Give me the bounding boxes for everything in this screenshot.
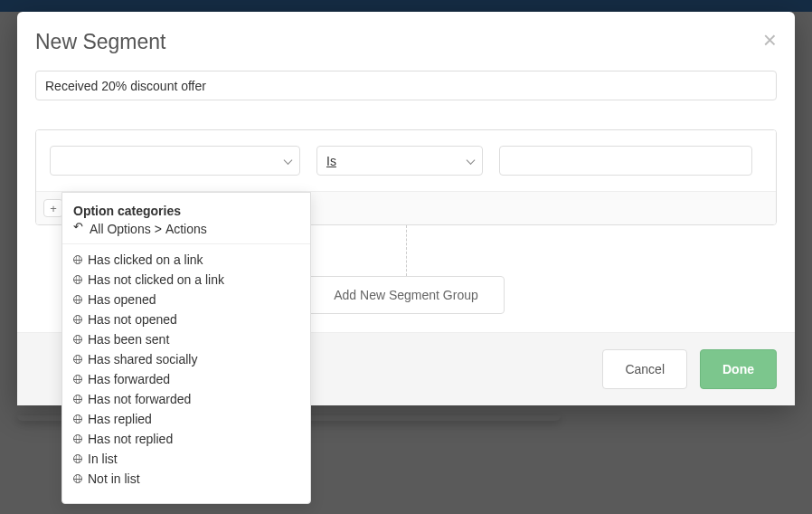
operator-select[interactable]: Is bbox=[316, 146, 483, 176]
close-icon[interactable]: × bbox=[763, 28, 777, 52]
dropdown-option-label: Has not clicked on a link bbox=[88, 272, 224, 287]
dropdown-option[interactable]: Has not forwarded bbox=[62, 389, 310, 409]
dropdown-option-label: Has replied bbox=[88, 412, 152, 426]
dropdown-list: Has clicked on a link Has not clicked on… bbox=[62, 243, 310, 494]
dropdown-option[interactable]: Has clicked on a link bbox=[62, 250, 310, 270]
value-input[interactable] bbox=[499, 146, 752, 176]
dropdown-option[interactable]: In list bbox=[62, 449, 310, 469]
globe-icon bbox=[73, 434, 82, 443]
dropdown-option-label: Has not replied bbox=[88, 432, 173, 446]
modal-header: New Segment × bbox=[17, 12, 795, 71]
globe-icon bbox=[73, 474, 82, 483]
globe-icon bbox=[73, 295, 82, 304]
dropdown-option[interactable]: Has opened bbox=[62, 290, 310, 309]
dropdown-option-label: Has not opened bbox=[88, 312, 177, 327]
dropdown-option[interactable]: Has forwarded bbox=[62, 369, 310, 389]
cancel-button[interactable]: Cancel bbox=[602, 349, 687, 389]
field-select[interactable] bbox=[50, 146, 300, 176]
modal-title: New Segment bbox=[35, 30, 777, 54]
operator-select-value: Is bbox=[326, 154, 336, 168]
dropdown-option-label: Has been sent bbox=[88, 332, 169, 347]
breadcrumb-root: All Options bbox=[90, 222, 151, 236]
globe-icon bbox=[73, 395, 82, 404]
dropdown-option[interactable]: Not in list bbox=[62, 469, 310, 489]
dropdown-option-label: Has clicked on a link bbox=[88, 252, 203, 267]
dropdown-option-label: Has opened bbox=[88, 292, 156, 307]
globe-icon bbox=[73, 414, 82, 424]
done-button[interactable]: Done bbox=[700, 349, 777, 389]
dropdown-option[interactable]: Has replied bbox=[62, 409, 310, 429]
dropdown-option-label: In list bbox=[88, 452, 118, 466]
add-segment-group-button[interactable]: Add New Segment Group bbox=[307, 276, 505, 314]
globe-icon bbox=[73, 315, 82, 324]
chevron-down-icon bbox=[467, 156, 476, 165]
globe-icon bbox=[73, 275, 82, 284]
dropdown-option[interactable]: Has not opened bbox=[62, 309, 310, 329]
globe-icon bbox=[73, 335, 82, 344]
field-dropdown: Option categories All Options > Actions … bbox=[61, 192, 311, 504]
dropdown-breadcrumb[interactable]: All Options > Actions bbox=[73, 222, 299, 236]
dropdown-option-label: Has forwarded bbox=[88, 372, 170, 386]
globe-icon bbox=[73, 355, 82, 364]
dropdown-option-label: Has not forwarded bbox=[88, 392, 191, 406]
segment-name-input[interactable] bbox=[35, 71, 777, 100]
globe-icon bbox=[73, 454, 82, 463]
chevron-down-icon bbox=[284, 156, 293, 165]
dropdown-option-label: Has shared socially bbox=[88, 352, 197, 366]
back-arrow-icon bbox=[73, 224, 84, 233]
globe-icon bbox=[73, 375, 82, 384]
dropdown-option[interactable]: Has shared socially bbox=[62, 349, 310, 369]
globe-icon bbox=[73, 255, 82, 264]
dropdown-option[interactable]: Has not clicked on a link bbox=[62, 270, 310, 290]
dropdown-categories-title: Option categories bbox=[73, 204, 299, 218]
app-topbar bbox=[0, 0, 812, 12]
dropdown-option-label: Not in list bbox=[88, 471, 140, 486]
dropdown-option[interactable]: Has not replied bbox=[62, 429, 310, 449]
breadcrumb-leaf: Actions bbox=[165, 222, 207, 236]
breadcrumb-sep: > bbox=[155, 222, 162, 236]
add-rule-button[interactable]: + bbox=[43, 199, 63, 217]
rule-row: Is bbox=[36, 130, 776, 191]
dropdown-option[interactable]: Has been sent bbox=[62, 329, 310, 349]
dropdown-header: Option categories All Options > Actions bbox=[62, 193, 310, 243]
